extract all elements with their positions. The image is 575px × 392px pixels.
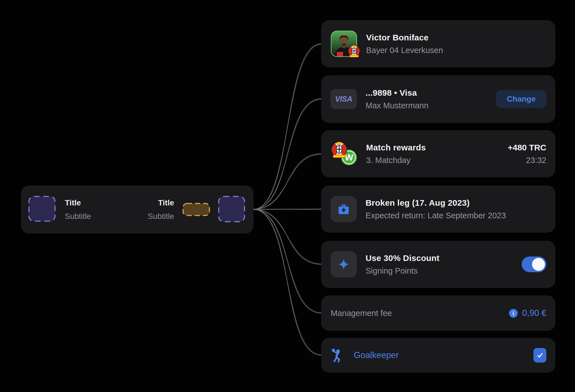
discount-card: Use 30% Discount Signing Points: [321, 241, 555, 288]
connector-line-sketch: [254, 209, 322, 355]
goalkeeper-label: Goalkeeper: [354, 350, 399, 360]
connector-line: [254, 209, 322, 355]
player-club: Bayer 04 Leverkusen: [366, 46, 443, 55]
player-avatar: [331, 31, 357, 57]
connector-line: [254, 209, 322, 264]
connector-line-sketch: [254, 44, 322, 210]
connector-line: [254, 209, 322, 313]
spec-left-subtitle: Subtitle: [65, 212, 91, 221]
connector-line: [254, 209, 322, 209]
trailing-slot-placeholder: [218, 196, 245, 222]
goalkeeper-icon: [331, 348, 345, 363]
connector-line-sketch: [254, 154, 322, 210]
connector-line: [254, 99, 322, 209]
rewards-title: Match rewards: [366, 143, 426, 152]
fee-label: Management fee: [331, 309, 392, 318]
fee-value: 0,90 €: [522, 308, 546, 318]
connector-line-sketch: [254, 209, 322, 210]
discount-title: Use 30% Discount: [366, 253, 439, 263]
injury-title: Broken leg (17. Aug 2023): [366, 198, 506, 208]
info-icon[interactable]: i: [509, 309, 518, 318]
spec-right-title: Title: [158, 198, 174, 208]
management-fee-card: Management fee i 0,90 €: [321, 295, 555, 331]
match-rewards-card: W Match rewards 3. Matchday: [321, 130, 555, 177]
connector-line-sketch: [254, 209, 322, 313]
connector-line: [254, 44, 322, 209]
player-name: Victor Boniface: [366, 33, 443, 42]
list-item-spec-card: Title Subtitle Title Subtitle: [21, 185, 254, 233]
spec-right-text: Title Subtitle: [148, 198, 174, 221]
rewards-amount: +480 TRC: [508, 143, 546, 152]
injury-return: Expected return: Late September 2023: [366, 211, 506, 220]
value-slot-placeholder: [182, 203, 210, 216]
check-icon: [536, 351, 544, 359]
bayer-leverkusen-badge-icon: [348, 45, 360, 59]
toggle-knob: [532, 258, 545, 271]
player-card: Victor Boniface Bayer 04 Leverkusen: [321, 20, 555, 67]
spec-right-subtitle: Subtitle: [148, 212, 174, 221]
payment-card: VISA ...9898 • Visa Max Mustermann Chang…: [321, 75, 555, 123]
sparkle-icon: [331, 251, 357, 277]
match-badges: W: [331, 141, 357, 167]
leading-slot-placeholder: [28, 196, 56, 222]
medical-kit-icon: [331, 196, 357, 222]
canvas: Title Subtitle Title Subtitle: [0, 0, 575, 392]
goalkeeper-row[interactable]: Goalkeeper: [321, 338, 555, 373]
connector-line: [254, 154, 322, 209]
discount-subtitle: Signing Points: [366, 266, 439, 276]
card-holder: Max Mustermann: [366, 101, 428, 110]
rewards-time: 23:32: [526, 156, 546, 165]
connector-line-sketch: [254, 99, 322, 210]
rewards-matchday: 3. Matchday: [366, 156, 426, 165]
spec-left-text: Title Subtitle: [65, 198, 91, 221]
injury-card: Broken leg (17. Aug 2023) Expected retur…: [321, 185, 555, 233]
connector-line-sketch: [254, 209, 322, 264]
goalkeeper-checkbox[interactable]: [533, 348, 546, 363]
visa-icon: VISA: [331, 89, 357, 109]
change-payment-button[interactable]: Change: [496, 90, 546, 108]
discount-toggle[interactable]: [522, 256, 546, 272]
spec-left-title: Title: [65, 198, 91, 208]
card-number: ...9898 • Visa: [366, 88, 428, 98]
bayer-leverkusen-badge-icon: [331, 141, 348, 160]
